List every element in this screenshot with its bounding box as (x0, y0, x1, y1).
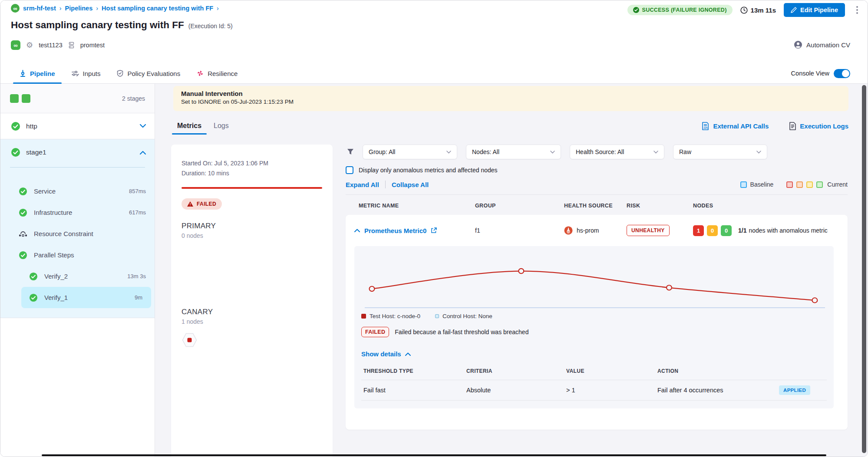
triggered-by: Automation CV (794, 40, 850, 49)
duration-label: 13m 11s (751, 7, 776, 14)
service-name[interactable]: test1123 (39, 42, 63, 49)
console-view-control: Console View (791, 63, 850, 83)
nodes-filter-dropdown[interactable]: Nodes: All (466, 145, 561, 159)
health-source-filter-dropdown[interactable]: Health Source: All (570, 145, 664, 159)
stage-square-icon[interactable] (10, 94, 19, 103)
tab-policy-evaluations[interactable]: Policy Evaluations (110, 63, 187, 83)
show-details-control[interactable]: Show details (361, 350, 827, 358)
page-title: Host sampling canary testing with FF (11, 20, 184, 31)
breadcrumb-separator: › (96, 5, 98, 12)
chevron-down-icon (446, 151, 451, 154)
collapse-chevron-up-icon[interactable] (354, 229, 360, 232)
chart-color-legend: Baseline Current (740, 181, 848, 188)
edit-pipeline-button[interactable]: Edit Pipeline (784, 3, 845, 17)
threshold-type-value: Fail fast (363, 387, 466, 394)
panel-tabs-row: Metrics Logs API External API Calls Exec… (171, 116, 848, 135)
divider (385, 181, 386, 188)
user-name: Automation CV (806, 41, 850, 49)
env-name[interactable]: promtest (80, 42, 105, 49)
tab-metrics[interactable]: Metrics (171, 116, 208, 135)
prometheus-flame-icon (564, 226, 573, 235)
tab-resilience[interactable]: Resilience (190, 63, 244, 83)
tab-pipeline[interactable]: Pipeline (13, 63, 62, 83)
stage-square-icon[interactable] (22, 94, 30, 103)
canary-node-hexagon-icon[interactable] (182, 333, 198, 347)
execution-logs-link[interactable]: Execution Logs (789, 122, 848, 130)
breadcrumb-pipelines[interactable]: Pipelines (65, 5, 93, 12)
group-filter-dropdown[interactable]: Group: All (363, 145, 457, 159)
sidebar-step-infrastructure[interactable]: Infrastructure 617ms (0, 202, 155, 223)
inputs-icon (72, 70, 79, 77)
main-tabbar: Pipeline Inputs Policy Evaluations Resil… (0, 63, 868, 84)
console-view-toggle[interactable] (834, 69, 850, 78)
check-circle-icon (19, 208, 27, 217)
execution-logs-label: Execution Logs (800, 122, 848, 130)
more-options-menu[interactable] (853, 4, 861, 16)
page-header: ∞ srm-hf-test › Pipelines › Host samplin… (0, 0, 868, 63)
step-label: Verify_1 (44, 294, 68, 301)
health-source-value: hs-prom (577, 227, 599, 234)
manual-intervention-banner: Manual Intervention Set to IGNORE on 05-… (173, 86, 848, 111)
step-label: Service (34, 187, 56, 195)
show-details-link[interactable]: Show details (361, 350, 401, 358)
stages-minimap: 2 stages (0, 84, 155, 113)
failed-pill-label: FAILED (197, 201, 216, 207)
col-risk: RISK (627, 203, 693, 209)
server-icon (68, 42, 75, 49)
tab-inputs[interactable]: Inputs (65, 63, 107, 83)
tab-inputs-label: Inputs (83, 70, 101, 77)
vertical-scrollbar-thumb[interactable] (862, 85, 866, 453)
sidebar-step-service[interactable]: Service 857ms (0, 181, 155, 202)
resilience-icon (197, 70, 204, 77)
tab-logs[interactable]: Logs (208, 116, 235, 135)
step-duration: 9m (135, 294, 142, 301)
tab-resilience-label: Resilience (208, 70, 238, 77)
pencil-icon (791, 7, 797, 13)
breadcrumb-pipeline-name[interactable]: Host sampling canary testing with FF (102, 5, 213, 12)
check-circle-icon (11, 122, 20, 131)
collapse-all-link[interactable]: Collapse All (392, 181, 429, 188)
breadcrumb-project[interactable]: srm-hf-test (23, 5, 56, 12)
col-metric-name: METRIC NAME (359, 203, 475, 209)
sidebar-stage-stage1[interactable]: stage1 (0, 139, 155, 165)
window-bottom-edge (42, 454, 826, 456)
data-mode-dropdown[interactable]: Raw (673, 145, 767, 159)
chevron-down-icon (550, 151, 555, 154)
threshold-table-header: THRESHOLD TYPE CRITERIA VALUE ACTION (361, 368, 827, 374)
breadcrumb: ∞ srm-hf-test › Pipelines › Host samplin… (11, 4, 219, 13)
banner-subtitle: Set to IGNORE on 05-Jul-2023 1:15:23 PM (181, 99, 841, 105)
chevron-up-icon[interactable] (140, 151, 146, 155)
col-criteria: CRITERIA (466, 368, 566, 374)
node-count-unhealthy: 1 (693, 225, 704, 236)
gear-icon: ⚙ (26, 40, 33, 50)
filter-funnel-icon[interactable] (347, 148, 354, 155)
execution-id: (Execution Id: 5) (188, 23, 233, 30)
step-label: Infrastructure (34, 209, 72, 216)
sidebar-stage-http[interactable]: http (0, 113, 155, 139)
criteria-value: Absolute (466, 387, 566, 394)
sidebar-step-resource-constraint[interactable]: Resource Constraint (0, 223, 155, 244)
stages-count: 2 stages (122, 95, 145, 102)
status-badge: SUCCESS (FAILURE IGNORED) (627, 5, 733, 15)
external-link-icon[interactable] (431, 227, 437, 233)
chevron-down-icon[interactable] (140, 124, 146, 128)
canary-nodes-count: 1 nodes (182, 318, 322, 325)
value-value: > 1 (566, 387, 657, 394)
sidebar-step-parallel-steps[interactable]: Parallel Steps (0, 244, 155, 266)
failed-status-pill: FAILED (182, 198, 222, 210)
filter-row: Group: All Nodes: All Health Source: All… (346, 145, 848, 159)
sidebar-step-verify-1-selected[interactable]: Verify_1 9m (21, 287, 151, 308)
step-label: Parallel Steps (34, 251, 74, 259)
threshold-table-row: Fail fast Absolute > 1 Fail after 4 occu… (361, 380, 827, 401)
external-api-calls-link[interactable]: API External API Calls (702, 122, 769, 130)
clock-icon (740, 7, 748, 14)
header-actions: SUCCESS (FAILURE IGNORED) 13m 11s Edit P… (627, 3, 861, 17)
sidebar-step-verify-2[interactable]: Verify_2 13m 3s (0, 266, 155, 287)
current-green-swatch (816, 181, 823, 188)
metric-name-link[interactable]: Prometheus Metric0 (364, 227, 426, 234)
anomalous-only-checkbox[interactable] (346, 166, 353, 174)
group-filter-value: Group: All (369, 148, 395, 155)
expand-all-link[interactable]: Expand All (346, 181, 379, 188)
risk-badge-unhealthy: UNHEALTHY (627, 225, 670, 236)
canary-metric-line-chart[interactable] (361, 252, 827, 309)
